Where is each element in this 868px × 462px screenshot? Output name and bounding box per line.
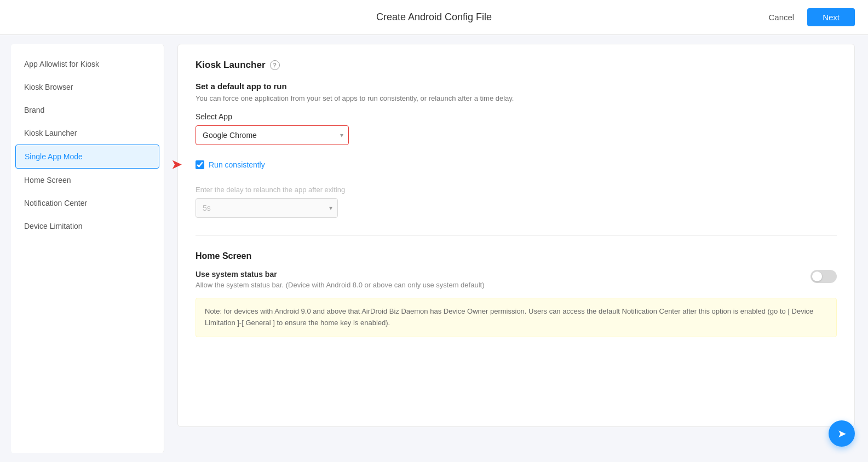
sidebar-item-kiosk-browser[interactable]: Kiosk Browser bbox=[11, 76, 164, 99]
content-panel: Kiosk Launcher ? Set a default app to ru… bbox=[177, 44, 855, 427]
cancel-button[interactable]: Cancel bbox=[762, 9, 801, 25]
status-bar-toggle[interactable] bbox=[810, 270, 837, 283]
main-content: Kiosk Launcher ? Set a default app to ru… bbox=[164, 35, 868, 462]
section-title: Kiosk Launcher ? bbox=[196, 60, 837, 71]
select-app-wrapper: Google Chrome Chrome Settings ▾ bbox=[196, 125, 349, 145]
home-screen-section: Home Screen Use system status bar Allow … bbox=[196, 251, 837, 337]
sidebar-item-brand[interactable]: Brand bbox=[11, 99, 164, 122]
note-box: Note: for devices with Android 9.0 and a… bbox=[196, 298, 837, 337]
sidebar-item-device-limitation[interactable]: Device Limitation bbox=[11, 215, 164, 238]
run-consistently-label[interactable]: Run consistently bbox=[209, 160, 265, 169]
header-actions: Cancel Next bbox=[762, 8, 855, 26]
fab-button[interactable]: ➤ bbox=[829, 420, 855, 447]
section-title-text: Kiosk Launcher bbox=[196, 60, 266, 71]
section-divider bbox=[196, 235, 837, 236]
status-bar-desc: Allow the system status bar. (Device wit… bbox=[196, 281, 484, 289]
select-app-label: Select App bbox=[196, 112, 837, 121]
select-app-dropdown[interactable]: Google Chrome Chrome Settings bbox=[196, 125, 349, 145]
help-icon[interactable]: ? bbox=[270, 60, 280, 70]
set-default-app-section: Set a default app to run You can force o… bbox=[196, 82, 837, 218]
relaunch-delay-label: Enter the delay to relaunch the app afte… bbox=[196, 186, 837, 194]
top-header: Create Android Config File Cancel Next bbox=[0, 0, 868, 35]
sidebar: App Allowlist for Kiosk Kiosk Browser Br… bbox=[11, 44, 164, 453]
layout: App Allowlist for Kiosk Kiosk Browser Br… bbox=[0, 35, 868, 462]
fab-send-icon: ➤ bbox=[837, 427, 847, 440]
run-consistently-row: ➤ Run consistently bbox=[196, 153, 265, 177]
sidebar-item-kiosk-launcher[interactable]: Kiosk Launcher bbox=[11, 122, 164, 145]
home-screen-title: Home Screen bbox=[196, 251, 837, 261]
delay-select-dropdown[interactable]: 5s 10s 30s 60s bbox=[196, 198, 338, 218]
status-bar-info: Use system status bar Allow the system s… bbox=[196, 270, 484, 289]
next-button[interactable]: Next bbox=[807, 8, 855, 26]
page-title: Create Android Config File bbox=[376, 11, 492, 23]
set-default-app-title: Set a default app to run bbox=[196, 82, 837, 91]
annotation-arrow: ➤ bbox=[171, 158, 181, 172]
run-consistently-checkbox[interactable] bbox=[196, 160, 204, 169]
status-bar-title: Use system status bar bbox=[196, 270, 484, 279]
sidebar-item-home-screen[interactable]: Home Screen bbox=[11, 169, 164, 192]
relaunch-delay-section: Enter the delay to relaunch the app afte… bbox=[196, 186, 837, 218]
delay-select-wrapper: 5s 10s 30s 60s ▾ bbox=[196, 198, 338, 218]
sidebar-item-single-app-mode[interactable]: Single App Mode bbox=[15, 145, 159, 169]
use-system-status-bar-row: Use system status bar Allow the system s… bbox=[196, 270, 837, 289]
sidebar-item-app-allowlist[interactable]: App Allowlist for Kiosk bbox=[11, 53, 164, 76]
run-consistently-checkbox-row: Run consistently bbox=[196, 160, 265, 169]
sidebar-item-notification-center[interactable]: Notification Center bbox=[11, 192, 164, 215]
toggle-thumb bbox=[812, 272, 822, 281]
set-default-app-desc: You can force one application from your … bbox=[196, 94, 837, 102]
